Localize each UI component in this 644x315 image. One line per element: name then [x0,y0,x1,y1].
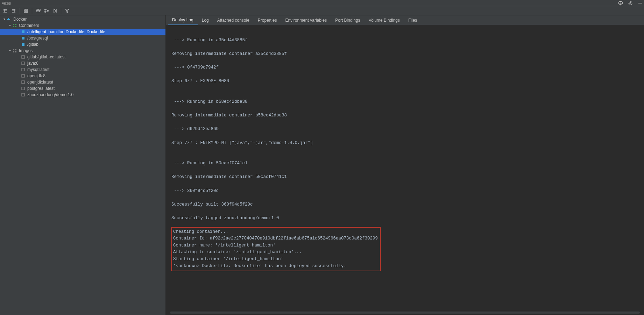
svg-rect-11 [7,19,8,20]
images-icon [12,49,17,53]
svg-rect-4 [24,11,26,13]
svg-rect-18 [15,26,16,27]
tree-node-container[interactable]: /gitlab [0,41,165,48]
sidebar: Docker Containers /intelligent_hamilton … [0,15,166,315]
container-running-icon [20,42,26,46]
svg-rect-22 [13,49,14,50]
tree-label: openjdk:8 [27,73,45,79]
tree-label: gitlab/gitlab-ce:latest [27,54,65,60]
tree-label: /intelligent_hamilton Dockerfile: Docker… [27,29,105,35]
tree-label: /gitlab [27,41,38,48]
tree-label: Docker [13,16,27,22]
grid-icon[interactable] [22,7,30,15]
tree-label: zhouzhaodong/demo:1.0 [27,92,73,98]
titlebar-actions [618,1,643,6]
tree-node-docker[interactable]: Docker [0,16,165,22]
group-by-icon[interactable] [34,7,42,15]
tree-node-image[interactable]: openjdk:latest [0,79,165,85]
tree-label: postgres:latest [27,85,55,92]
image-icon [20,80,26,84]
svg-rect-27 [22,62,24,65]
tree-node-image[interactable]: postgres:latest [0,85,165,92]
containers-icon [12,23,17,28]
tab-volume-bindings[interactable]: Volume Bindings [365,15,404,25]
tree-node-image[interactable]: openjdk:8 [0,73,165,79]
svg-rect-30 [22,81,24,84]
svg-point-8 [45,9,46,10]
content-panel: Deploy Log Log Attached console Properti… [166,15,644,315]
deploy-log-console[interactable]: ---> Running in a35cd4d3885f Removing in… [166,25,644,315]
svg-rect-6 [36,9,38,10]
globe-icon[interactable] [618,1,623,6]
svg-rect-24 [13,51,14,52]
tab-port-bindings[interactable]: Port Bindings [331,15,364,25]
tab-properties[interactable]: Properties [254,15,281,25]
tree-node-image[interactable]: zhouzhaodong/demo:1.0 [0,92,165,98]
minimize-icon[interactable] [638,1,643,6]
svg-rect-21 [22,43,24,46]
svg-point-1 [630,2,631,4]
tab-deploy-log[interactable]: Deploy Log [168,15,198,25]
toolbar-separator [61,8,61,14]
svg-rect-5 [26,11,28,13]
container-running-icon [20,30,26,34]
tab-attached-console[interactable]: Attached console [213,15,254,25]
tree-expand-icon[interactable] [1,7,9,15]
image-icon [20,67,26,72]
tree-label: Images [19,48,33,54]
tree-node-image[interactable]: gitlab/gitlab-ce:latest [0,54,165,60]
image-icon [20,86,26,91]
image-icon [20,93,26,97]
tree-node-containers[interactable]: Containers [0,22,165,29]
image-icon [20,55,26,59]
tree-node-image[interactable]: java:8 [0,60,165,66]
tab-files[interactable]: Files [404,15,421,25]
chevron-down-icon[interactable] [8,48,12,54]
horizontal-scrollbar[interactable] [170,312,640,314]
image-icon [20,61,26,65]
toolbar-separator [20,8,20,14]
container-running-icon [20,36,26,40]
filter-icon[interactable] [63,7,71,15]
gear-icon[interactable] [628,1,633,6]
svg-rect-25 [15,51,16,52]
tree-label: java:8 [27,60,38,66]
tree-node-container[interactable]: /postgresql [0,35,165,41]
svg-rect-2 [24,9,26,10]
svg-rect-31 [22,87,24,90]
svg-point-9 [45,11,46,12]
tag-icon[interactable] [43,7,50,15]
tab-env-vars[interactable]: Environment variables [281,15,331,25]
titlebar: vices [0,0,644,6]
tree-collapse-icon[interactable] [10,7,17,15]
stop-icon[interactable] [51,7,59,15]
svg-rect-14 [8,18,9,19]
svg-rect-17 [13,26,14,27]
docker-icon [6,17,12,21]
image-icon [20,74,26,78]
svg-rect-20 [22,37,24,40]
svg-rect-26 [22,56,24,58]
svg-rect-13 [9,19,10,20]
services-tree: Docker Containers /intelligent_hamilton … [0,15,165,98]
chevron-down-icon[interactable] [2,16,6,22]
detail-tabs: Deploy Log Log Attached console Properti… [166,15,644,25]
tree-node-images[interactable]: Images [0,48,165,54]
svg-rect-32 [22,93,24,96]
svg-rect-23 [15,49,16,50]
tree-node-container[interactable]: /intelligent_hamilton Dockerfile: Docker… [0,29,165,35]
window-title: vices [1,1,11,5]
chevron-down-icon[interactable] [8,22,12,29]
tree-node-image[interactable]: mysql:latest [0,66,165,73]
tree-label: mysql:latest [27,66,49,73]
tree-label: Containers [19,22,39,29]
svg-rect-7 [38,9,40,10]
svg-rect-16 [15,24,16,25]
svg-rect-12 [8,19,9,20]
toolbar [0,6,644,15]
svg-rect-3 [26,9,28,10]
toolbar-separator [32,8,32,14]
tree-label: openjdk:latest [27,79,53,85]
tab-log[interactable]: Log [198,15,213,25]
svg-rect-29 [22,74,24,77]
